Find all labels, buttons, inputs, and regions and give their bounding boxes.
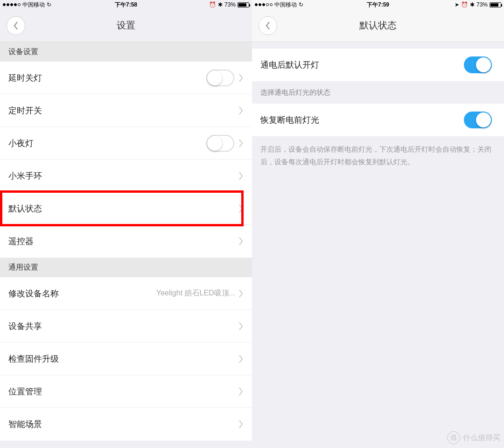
watermark-badge: 值	[447, 431, 460, 444]
battery-percent: 73%	[224, 1, 236, 8]
night-light-toggle[interactable]	[206, 135, 234, 152]
page-title: 设置	[117, 19, 135, 32]
row-timer-switch[interactable]: 定时开关	[0, 94, 252, 127]
sync-icon: ↻	[299, 1, 303, 8]
chevron-left-icon	[13, 21, 19, 31]
row-label: 设备共享	[8, 321, 238, 332]
section-header-device: 设备设置	[0, 42, 252, 62]
row-delay-off[interactable]: 延时关灯	[0, 62, 252, 94]
footer-note: 开启后，设备会自动保存断电前灯光，下次通电后开灯时会自动恢复；关闭后，设备每次通…	[252, 136, 504, 175]
power-on-toggle[interactable]	[464, 56, 492, 73]
row-label: 智能场景	[8, 419, 238, 430]
row-label: 小夜灯	[8, 138, 206, 149]
device-settings-list: 延时关灯 定时开关 小夜灯 小米手环 默认状态	[0, 62, 252, 258]
back-button[interactable]	[259, 16, 277, 35]
row-label: 恢复断电前灯光	[260, 114, 464, 126]
default-state-screen: 中国移动 ↻ 下午7:59 ➤ ⏰ ✱ 73% 默认状态 通电后默认开灯	[252, 0, 504, 448]
section-header-light-state: 选择通电后灯光的状态	[252, 81, 504, 104]
bluetooth-icon: ✱	[470, 1, 475, 8]
row-label: 检查固件升级	[8, 353, 238, 364]
light-state-list: 恢复断电前灯光	[252, 104, 504, 136]
carrier-label: 中国移动	[22, 1, 45, 9]
battery-icon	[238, 2, 249, 7]
chevron-right-icon	[238, 237, 244, 246]
chevron-right-icon	[238, 387, 244, 396]
battery-icon	[490, 2, 501, 7]
location-icon: ➤	[455, 1, 459, 8]
row-label: 遥控器	[8, 236, 238, 247]
chevron-right-icon	[238, 322, 244, 331]
nav-bar: 默认状态	[252, 9, 504, 42]
row-power-on-default[interactable]: 通电后默认开灯	[252, 49, 504, 81]
row-label: 小米手环	[8, 170, 238, 182]
row-value: Yeelight 皓石LED吸顶...	[156, 288, 235, 298]
row-label: 延时关灯	[8, 72, 206, 84]
chevron-right-icon	[238, 420, 244, 429]
row-smart-scene[interactable]: 智能场景	[0, 408, 252, 441]
row-label: 定时开关	[8, 105, 238, 116]
row-mi-band[interactable]: 小米手环	[0, 160, 252, 192]
chevron-left-icon	[265, 21, 271, 31]
row-firmware-update[interactable]: 检查固件升级	[0, 343, 252, 375]
section-header-general: 通用设置	[0, 258, 252, 277]
restore-light-toggle[interactable]	[464, 112, 492, 128]
watermark: 值 什么值得买	[447, 431, 500, 444]
sync-icon: ↻	[47, 1, 51, 8]
status-bar: 中国移动 ↻ 下午7:58 ⏰ ✱ 73%	[0, 0, 252, 9]
chevron-right-icon	[238, 106, 244, 115]
general-settings-list: 修改设备名称 Yeelight 皓石LED吸顶... 设备共享 检查固件升级 位…	[0, 277, 252, 441]
alarm-icon: ⏰	[461, 1, 468, 8]
row-rename-device[interactable]: 修改设备名称 Yeelight 皓石LED吸顶...	[0, 277, 252, 310]
row-device-share[interactable]: 设备共享	[0, 310, 252, 343]
signal-strength-icon	[3, 3, 21, 6]
bluetooth-icon: ✱	[218, 1, 223, 8]
power-on-list: 通电后默认开灯	[252, 49, 504, 81]
delay-off-toggle[interactable]	[206, 70, 234, 86]
spacer	[252, 42, 504, 49]
chevron-right-icon	[238, 354, 244, 364]
carrier-label: 中国移动	[274, 1, 297, 9]
battery-percent: 73%	[476, 1, 488, 8]
nav-bar: 设置	[0, 9, 252, 42]
row-location-management[interactable]: 位置管理	[0, 375, 252, 408]
back-button[interactable]	[7, 16, 25, 35]
chevron-right-icon	[238, 204, 244, 213]
row-night-light[interactable]: 小夜灯	[0, 127, 252, 160]
row-label: 修改设备名称	[8, 288, 156, 299]
status-bar: 中国移动 ↻ 下午7:59 ➤ ⏰ ✱ 73%	[252, 0, 504, 9]
chevron-right-icon	[238, 289, 244, 298]
row-remote-control[interactable]: 遥控器	[0, 225, 252, 258]
settings-screen: 中国移动 ↻ 下午7:58 ⏰ ✱ 73% 设置 设备设置 延时关灯	[0, 0, 252, 448]
row-label: 默认状态	[8, 203, 238, 214]
row-label: 通电后默认开灯	[260, 59, 464, 70]
chevron-right-icon	[238, 171, 244, 181]
empty-area	[252, 175, 504, 448]
watermark-text: 什么值得买	[463, 433, 500, 443]
status-time: 下午7:58	[115, 1, 137, 9]
page-title: 默认状态	[359, 19, 397, 32]
chevron-right-icon	[238, 73, 244, 83]
chevron-right-icon	[238, 139, 244, 148]
row-default-state[interactable]: 默认状态	[0, 192, 252, 225]
status-time: 下午7:59	[367, 1, 389, 9]
alarm-icon: ⏰	[209, 1, 216, 8]
row-restore-light[interactable]: 恢复断电前灯光	[252, 104, 504, 136]
row-label: 位置管理	[8, 386, 238, 397]
signal-strength-icon	[255, 3, 273, 6]
